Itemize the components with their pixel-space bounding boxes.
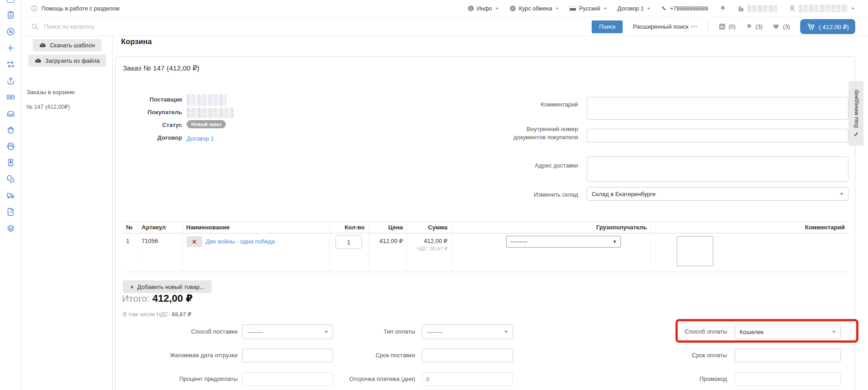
contract-label: Договор	[116, 134, 182, 141]
contract-label: Договор 1	[618, 5, 644, 12]
internal-number-input[interactable]	[587, 129, 848, 142]
payment-term-input[interactable]	[735, 349, 841, 362]
search-bar: Поиск Расширенный поиск••• (0) (3) (3) (…	[22, 17, 868, 36]
inbox-icon[interactable]	[0, 106, 21, 121]
receipt-icon[interactable]	[0, 155, 21, 170]
vat-note-label: В том числе НДС:	[123, 311, 170, 318]
info-circle-icon	[467, 5, 474, 12]
payment-type-label: Тип оплаты	[289, 328, 415, 335]
sum-value: 412,00 ₽	[407, 238, 447, 244]
delivery-address-textarea[interactable]	[587, 157, 848, 182]
favorites-counter[interactable]: (3)	[772, 23, 790, 30]
ship-date-label: Желаемая дата отгрузки	[116, 352, 238, 359]
warehouse-select-value: Склад в Екатеринбурге	[592, 191, 655, 198]
banknote-icon[interactable]	[0, 89, 21, 105]
bag-icon[interactable]	[0, 122, 21, 137]
plus-icon[interactable]	[0, 40, 21, 56]
menu-exchange-rate[interactable]: Курс обмена	[509, 5, 558, 12]
supplier-label: Поставщик	[116, 96, 182, 103]
search-input[interactable]	[44, 23, 317, 30]
comment-label: Комментарий	[434, 101, 578, 109]
status-label: Статус	[116, 122, 182, 128]
cart-order-link[interactable]: № 147 (412,00₽)	[22, 103, 112, 110]
phone-icon	[853, 131, 859, 137]
col-consignee: Грузополучатель	[452, 222, 651, 233]
layers-icon[interactable]	[0, 220, 21, 236]
building-icon	[737, 5, 745, 12]
order-comment-textarea[interactable]	[587, 97, 848, 120]
advanced-search-label: Расширенный поиск	[633, 23, 688, 30]
menu-contract[interactable]: Договор 1	[618, 5, 650, 12]
cell-name: ✕ Две войны - одна победа	[183, 233, 330, 272]
chevron-down-icon	[647, 8, 650, 10]
compare-count: (0)	[729, 24, 736, 30]
phone-link[interactable]: +78888888888	[661, 5, 708, 12]
orders-in-cart-label: Заказы в корзине:	[22, 89, 112, 96]
consignee-select[interactable]: --------- ▼	[506, 236, 621, 248]
payment-type-value: --------	[427, 329, 443, 335]
manager-tab[interactable]: Ваш менеджер	[848, 81, 863, 146]
payment-method-label: Способ оплаты	[589, 328, 727, 335]
add-product-button[interactable]: + Добавить новый товар...	[123, 280, 212, 293]
col-sum: Сумма	[407, 222, 452, 233]
flag-ru-icon	[569, 6, 576, 11]
user-menu[interactable]	[788, 5, 854, 12]
download-template-button[interactable]: Скачать шаблон	[33, 39, 101, 51]
payment-method-select[interactable]: Кошелек	[735, 324, 841, 339]
payment-deferral-input[interactable]	[422, 372, 513, 386]
col-name: Наименование	[183, 222, 330, 233]
buyer-value-redacted	[187, 108, 234, 118]
total-label: Итого:	[122, 293, 150, 304]
contract-link[interactable]: Договор 1	[187, 135, 214, 142]
upload-icon[interactable]	[0, 73, 21, 88]
supplier-value-redacted	[187, 94, 227, 106]
cell-num: 1	[123, 233, 138, 272]
company-menu[interactable]	[737, 5, 777, 12]
vat-note: В том числе НДС: 68,67 ₽	[123, 311, 192, 318]
compare-counter[interactable]: (0)	[718, 23, 736, 30]
user-name-redacted	[799, 5, 848, 12]
notifications-counter[interactable]: (3)	[746, 23, 762, 30]
notifications-bell[interactable]	[719, 5, 726, 12]
upload-from-file-button[interactable]: Загрузить из файла	[28, 55, 106, 67]
total-value: 412,00 ₽	[152, 293, 193, 304]
help-link[interactable]: Помощь в работе с разделом	[22, 5, 119, 12]
warehouse-select[interactable]: Склад в Екатеринбурге	[587, 187, 848, 201]
menu-language[interactable]: Русский	[569, 5, 606, 12]
compare-icon	[718, 23, 726, 30]
cart-total-label: ( 412.00 ₽)	[819, 23, 849, 30]
cloud-upload-icon	[35, 57, 41, 64]
terminal-icon[interactable]	[0, 138, 21, 154]
order-total: Итого: 412,00 ₽	[122, 293, 193, 304]
user-icon	[788, 5, 796, 12]
clipboard-icon[interactable]	[0, 7, 21, 23]
remove-item-button[interactable]: ✕	[187, 236, 202, 247]
item-comment-textarea[interactable]	[677, 236, 713, 266]
app-root: Помощь в работе с разделом Инфо Курс обм…	[0, 0, 868, 390]
cell-qty	[330, 233, 369, 272]
payment-term-label: Срок оплаты	[589, 352, 727, 359]
advanced-search-link[interactable]: Расширенный поиск•••	[633, 23, 697, 30]
payment-type-select[interactable]: --------	[422, 324, 513, 339]
chevron-down-icon	[604, 8, 607, 10]
cut-icon	[7, 0, 14, 3]
qty-input[interactable]	[335, 235, 362, 249]
chat-icon[interactable]	[0, 171, 21, 187]
document-icon[interactable]	[0, 204, 21, 219]
delivery-method-label: Способ поставки	[116, 328, 238, 335]
menu-info[interactable]: Инфо	[467, 5, 498, 12]
help-label: Помощь в работе с разделом	[41, 5, 119, 12]
search-button[interactable]: Поиск	[592, 20, 623, 33]
manager-tab-label: Ваш менеджер	[853, 90, 859, 128]
truck-icon[interactable]	[0, 187, 21, 203]
delivery-term-input[interactable]	[422, 349, 513, 362]
delivery-term-label: Срок поставки	[289, 352, 415, 359]
col-price: Цена	[369, 222, 407, 233]
cart-button[interactable]: ( 412.00 ₽)	[800, 19, 855, 34]
product-link[interactable]: Две войны - одна победа	[206, 238, 275, 245]
order-table-header: № Артикул Наименование Кол-во Цена Сумма…	[123, 221, 848, 233]
percent-icon[interactable]	[0, 24, 21, 39]
promo-code-input[interactable]	[735, 372, 841, 386]
ellipsis-icon: •••	[691, 24, 698, 29]
exchange-icon[interactable]	[0, 56, 21, 72]
